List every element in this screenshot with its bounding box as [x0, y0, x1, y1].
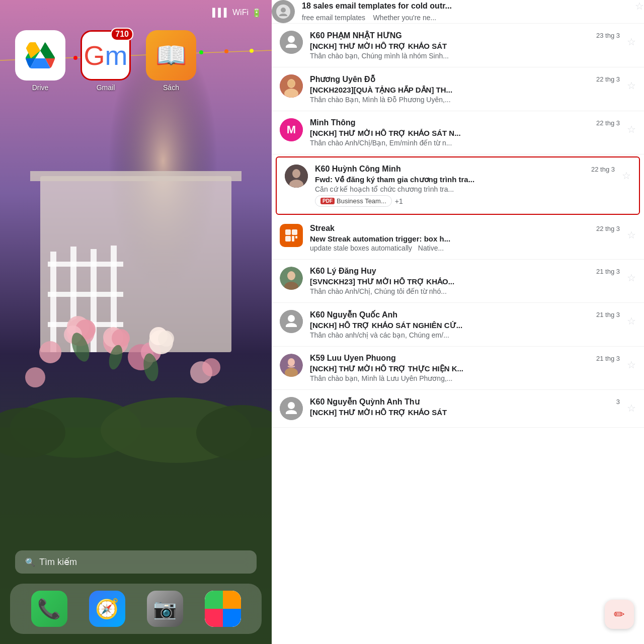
- dock-photos[interactable]: [205, 591, 241, 627]
- email-subject: 18 sales email templates for cold outr..…: [302, 2, 452, 11]
- battery-icon: 🔋: [252, 8, 262, 18]
- email-subject: [NCKH] THƯ MỜI HỖ TRỢ KHẢO SÁT: [310, 42, 620, 51]
- email-item[interactable]: Phương Uyên Đỗ 22 thg 3 [NCKH2023][QUÀ T…: [272, 67, 644, 111]
- email-item[interactable]: K60 Nguyễn Quốc Anh 21 thg 3 [NCKH] HỖ T…: [272, 303, 644, 347]
- email-preview: Thân chào bạn, Chúng mình là nhóm Sinh..…: [310, 52, 620, 60]
- email-date: 22 thg 3: [591, 166, 615, 173]
- plus-count: +1: [395, 197, 403, 205]
- attachment-name: Business Team...: [337, 197, 386, 205]
- email-top: Minh Thông 22 thg 3: [310, 118, 620, 127]
- email-preview: Thân chào Bạn, Mình là Đỗ Phương Uyên,..…: [310, 96, 620, 104]
- email-date: 22 thg 3: [596, 75, 620, 83]
- camera-icon: 📷: [153, 598, 177, 620]
- star-icon[interactable]: ☆: [627, 123, 636, 135]
- email-item-highlighted[interactable]: K60 Huỳnh Công Minh 22 thg 3 Fwd: Về đăn…: [276, 156, 640, 215]
- compose-fab[interactable]: ✏: [605, 600, 634, 629]
- email-item[interactable]: Streak 22 thg 3 New Streak automation tr…: [272, 217, 644, 260]
- safari-icon: 🧭: [95, 598, 119, 620]
- email-subject: [NCKH] THƯ MỜI HỖ TRỢ THỰC HIỆN K...: [310, 364, 620, 373]
- drive-app-wrapper[interactable]: Drive: [15, 30, 65, 92]
- email-content: K60 Huỳnh Công Minh 22 thg 3 Fwd: Về đăn…: [315, 165, 615, 207]
- email-item[interactable]: 18 sales email templates for cold outr..…: [272, 0, 644, 24]
- avatar: [280, 267, 303, 290]
- email-subject: [NCKH2023][QUÀ TẶNG HẤP DẪN] TH...: [310, 86, 620, 95]
- avatar: M: [280, 118, 303, 141]
- star-icon[interactable]: ☆: [627, 79, 636, 92]
- streak-avatar: [280, 224, 303, 247]
- star-icon[interactable]: ☆: [627, 272, 636, 284]
- gmail-app-icon[interactable]: Gm 710: [80, 30, 131, 80]
- drive-app-icon[interactable]: [15, 30, 65, 80]
- sender-name: K60 Nguyễn Quốc Anh: [310, 310, 397, 319]
- dock-phone[interactable]: 📞: [31, 591, 67, 627]
- email-item[interactable]: K60 PHẠM NHẬT HƯNG 23 thg 3 [NCKH] THƯ M…: [272, 24, 644, 67]
- star-icon[interactable]: ☆: [627, 315, 636, 327]
- gmail-panel: 18 sales email templates for cold outr..…: [272, 0, 644, 644]
- email-preview: update stale boxes automatically Native.…: [310, 244, 620, 252]
- email-date: 22 thg 3: [596, 225, 620, 232]
- app-grid: Drive Gm 710 Gmail 📖 Sách: [15, 30, 257, 92]
- email-item[interactable]: M Minh Thông 22 thg 3 [NCKH] THƯ MỜI HỖ …: [272, 111, 644, 154]
- email-preview: Căn cứ kế hoạch tổ chức chương trình tra…: [315, 185, 615, 193]
- email-subject: [NCKH] THƯ MỜI HỖ TRỢ KHẢO SÁT: [310, 408, 620, 417]
- email-date: 21 thg 3: [596, 268, 620, 275]
- sach-app-wrapper[interactable]: 📖 Sách: [146, 30, 196, 92]
- email-content: K60 Nguyễn Quốc Anh 21 thg 3 [NCKH] HỖ T…: [310, 310, 620, 339]
- svg-rect-59: [285, 236, 291, 242]
- photos-q1: [205, 591, 223, 609]
- email-subject: [NCKH] HỖ TRỢ KHẢO SÁT NGHIÊN CỨ...: [310, 321, 620, 330]
- email-item[interactable]: K60 Lý Đăng Huy 21 thg 3 [SVNCKH23] THƯ …: [272, 260, 644, 303]
- email-preview: Thân chào bạn, Mình là Lưu Uyên Phương,.…: [310, 374, 620, 382]
- email-content: K59 Luu Uyen Phuong 21 thg 3 [NCKH] THƯ …: [310, 354, 620, 382]
- signal-icon: ▌▌▌: [212, 8, 229, 17]
- star-icon[interactable]: ☆: [627, 359, 636, 371]
- home-screen: ▌▌▌ WiFi 🔋 Drive: [0, 0, 272, 644]
- svg-point-55: [292, 169, 300, 178]
- svg-point-51: [288, 80, 295, 87]
- email-item[interactable]: K59 Luu Uyen Phuong 21 thg 3 [NCKH] THƯ …: [272, 347, 644, 390]
- email-date: 23 thg 3: [596, 32, 620, 39]
- drive-label: Drive: [32, 84, 49, 92]
- sender-name: K60 Lý Đăng Huy: [310, 267, 376, 276]
- star-icon[interactable]: ☆: [635, 0, 644, 12]
- dock-camera[interactable]: 📷: [147, 591, 183, 627]
- gmail-badge: 710: [111, 28, 133, 41]
- email-top: 18 sales email templates for cold outr..…: [302, 0, 644, 12]
- avatar: [272, 0, 295, 23]
- email-subject: Fwd: Về đăng ký tham gia chương trình tr…: [315, 175, 615, 184]
- wifi-icon: WiFi: [232, 8, 249, 17]
- email-list: 18 sales email templates for cold outr..…: [272, 0, 644, 644]
- spotlight-search[interactable]: 🔍 Tìm kiếm: [15, 550, 257, 574]
- email-item[interactable]: K60 Nguyễn Quỳnh Anh Thư 3 [NCKH] THƯ MỜ…: [272, 390, 644, 428]
- photos-icon: [205, 591, 241, 627]
- pdf-icon: PDF: [320, 198, 335, 204]
- email-top: K60 Nguyễn Quốc Anh 21 thg 3: [310, 310, 620, 319]
- star-icon[interactable]: ☆: [627, 402, 636, 414]
- dock: 📞 🧭 📷: [10, 584, 262, 634]
- dock-safari[interactable]: 🧭: [89, 591, 125, 627]
- avatar: [280, 354, 303, 377]
- star-icon[interactable]: ☆: [627, 229, 636, 241]
- compose-icon: ✏: [614, 607, 625, 622]
- phone-icon: 📞: [37, 598, 61, 620]
- avatar: [280, 31, 303, 54]
- star-icon[interactable]: ☆: [627, 36, 636, 48]
- avatar: [280, 310, 303, 333]
- attachment-badge[interactable]: PDF Business Team...: [315, 195, 392, 207]
- email-content: K60 Lý Đăng Huy 21 thg 3 [SVNCKH23] THƯ …: [310, 267, 620, 295]
- photos-q4: [223, 609, 241, 627]
- email-subject: [NCKH] THƯ MỜI HỖ TRỢ KHẢO SÁT N...: [310, 129, 620, 138]
- email-top: K60 Nguyễn Quỳnh Anh Thư 3: [310, 397, 620, 407]
- sach-app-icon[interactable]: 📖: [146, 30, 196, 80]
- search-icon: 🔍: [25, 557, 35, 567]
- roses-overlay: [0, 0, 272, 644]
- sender-name: Phương Uyên Đỗ: [310, 74, 375, 84]
- email-content: 18 sales email templates for cold outr..…: [302, 0, 644, 22]
- email-top: K60 PHẠM NHẬT HƯNG 23 thg 3: [310, 31, 620, 40]
- email-content: Streak 22 thg 3 New Streak automation tr…: [310, 224, 620, 252]
- gmail-label: Gmail: [97, 84, 115, 92]
- star-icon[interactable]: ☆: [622, 170, 631, 182]
- gmail-app-wrapper[interactable]: Gm 710 Gmail: [80, 30, 131, 92]
- email-date: 3: [616, 398, 620, 406]
- avatar: [280, 397, 303, 420]
